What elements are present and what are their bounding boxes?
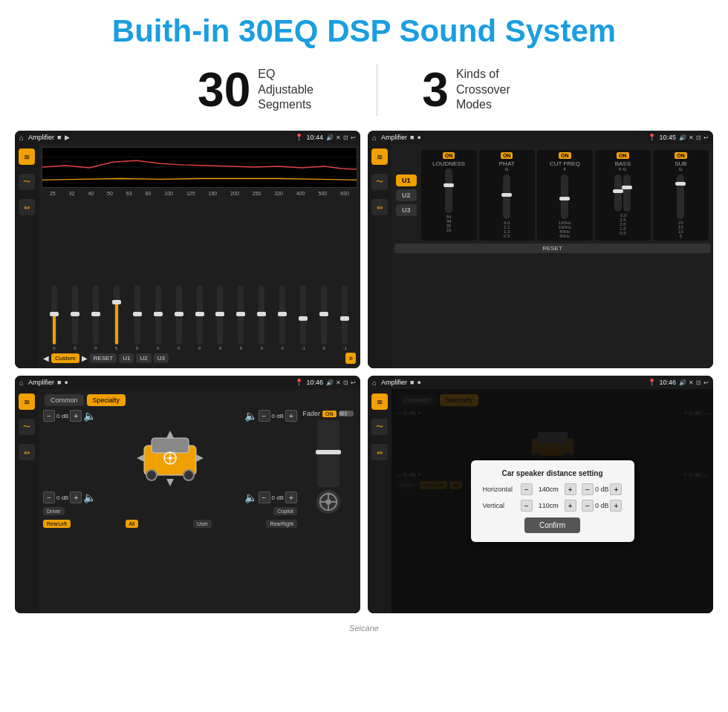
back-icon-3: ↩ — [351, 379, 356, 386]
wave-icon[interactable]: 〜 — [19, 174, 35, 190]
eq-slider-2[interactable]: 0 — [65, 285, 85, 350]
crossover-stat: 3 Kinds of Crossover Modes — [377, 66, 575, 114]
home-icon[interactable]: ⌂ — [19, 134, 24, 142]
screen-fader: ⌂ Amplifier ■ ● 📍 10:46 🔊 ✕ ⊡ ↩ ≋ 〜 ⇔ Co… — [15, 376, 360, 613]
copilot-button[interactable]: Copilot — [273, 507, 297, 515]
tr-minus[interactable]: − — [259, 410, 270, 422]
car-diagram — [133, 427, 207, 486]
u3-mode-button[interactable]: U3 — [396, 204, 417, 216]
arrows-icon-3[interactable]: ⇔ — [19, 444, 35, 460]
confirm-button[interactable]: Confirm — [524, 517, 580, 533]
br-plus[interactable]: + — [285, 491, 297, 503]
eq-slider-1[interactable]: 0 — [45, 285, 64, 350]
hr-db-plus[interactable]: + — [610, 483, 622, 495]
eq-icon[interactable]: ≋ — [19, 148, 35, 165]
fader-vertical-slider[interactable] — [317, 420, 339, 487]
eq-slider-6[interactable]: 0 — [149, 285, 168, 350]
bl-minus[interactable]: − — [43, 491, 55, 503]
svg-marker-15 — [196, 454, 204, 462]
tl-plus[interactable]: + — [70, 410, 82, 422]
tl-minus[interactable]: − — [43, 410, 55, 422]
next-button[interactable]: ▶ — [82, 354, 88, 362]
u1-button[interactable]: U1 — [119, 353, 134, 363]
loudness-slider[interactable] — [445, 169, 452, 213]
eq-icon-4[interactable]: ≋ — [371, 393, 388, 410]
eq-slider-3[interactable]: 0 — [86, 285, 105, 350]
scroll-right-button[interactable]: » — [345, 353, 356, 364]
custom-button[interactable]: Custom — [51, 353, 79, 363]
eq-slider-9[interactable]: 0 — [211, 285, 230, 350]
br-minus[interactable]: − — [259, 491, 270, 503]
home-icon-2[interactable]: ⌂ — [372, 134, 377, 142]
u1-mode-button[interactable]: U1 — [396, 174, 417, 186]
wave-icon-2[interactable]: 〜 — [371, 174, 388, 190]
arrows-icon[interactable]: ⇔ — [19, 199, 35, 215]
eq-slider-15[interactable]: -1 — [335, 285, 354, 350]
prev-button[interactable]: ◀ — [43, 354, 49, 362]
eq-slider-7[interactable]: 0 — [169, 285, 189, 350]
back-icon-4: ↩ — [703, 379, 709, 386]
vr-db-plus[interactable]: + — [610, 500, 622, 512]
eq-slider-10[interactable]: 0 — [231, 285, 250, 350]
eq-slider-8[interactable]: 0 — [190, 285, 209, 350]
eq-desc: EQ Adjustable Segments — [258, 67, 332, 113]
crossover-reset-button[interactable]: RESET — [394, 244, 710, 253]
crossover-desc: Kinds of Crossover Modes — [456, 67, 530, 113]
close-icon-3: ✕ — [336, 379, 341, 386]
eq-slider-4[interactable]: 5 — [107, 285, 126, 350]
screen3-time: 10:46 — [306, 379, 323, 386]
svg-point-6 — [146, 470, 157, 480]
fader-on-badge: ON — [322, 411, 337, 417]
dialog-title: Car speaker distance setting — [483, 469, 623, 477]
arrows-icon-4[interactable]: ⇔ — [371, 444, 388, 460]
common-tab[interactable]: Common — [45, 394, 84, 406]
home-icon-4[interactable]: ⌂ — [372, 379, 377, 387]
u2-mode-button[interactable]: U2 — [396, 189, 417, 201]
speaker-tr-icon: 🔈 — [244, 410, 257, 422]
horizontal-plus-button[interactable]: + — [565, 483, 576, 495]
wave-icon-3[interactable]: 〜 — [19, 419, 35, 435]
eq-slider-13[interactable]: -1 — [293, 285, 313, 350]
horizontal-minus-button[interactable]: − — [521, 483, 533, 495]
stats-row: 30 EQ Adjustable Segments 3 Kinds of Cro… — [0, 56, 728, 131]
eq-slider-11[interactable]: 0 — [252, 285, 271, 350]
horizontal-row: Horizontal − 140cm + − 0 dB + — [483, 483, 623, 495]
svg-point-17 — [325, 499, 331, 504]
screen-eq: ⌂ Amplifier ■ ▶ 📍 10:44 🔊 ✕ ⊡ ↩ ≋ 〜 ⇔ — [15, 131, 360, 368]
user-button[interactable]: User — [193, 520, 212, 528]
speaker-bl-icon: 🔈 — [83, 491, 96, 503]
fader-tabs: Common Specialty — [42, 392, 357, 408]
home-icon-3[interactable]: ⌂ — [19, 379, 24, 387]
rearright-button[interactable]: RearRight — [266, 520, 297, 528]
eq-stat: 30 EQ Adjustable Segments — [153, 66, 377, 114]
rearleft-button[interactable]: RearLeft — [43, 520, 71, 528]
bass-g-slider[interactable] — [623, 174, 631, 212]
phat-slider[interactable] — [503, 174, 510, 219]
vr-db-minus[interactable]: − — [582, 500, 594, 512]
reset-button[interactable]: RESET — [90, 353, 117, 363]
eq-icon-2[interactable]: ≋ — [371, 148, 388, 165]
hr-db-minus[interactable]: − — [582, 483, 594, 495]
u3-button[interactable]: U3 — [154, 353, 169, 363]
vertical-minus-button[interactable]: − — [521, 500, 533, 512]
arrows-icon-2[interactable]: ⇔ — [371, 199, 388, 215]
eq-icon-3[interactable]: ≋ — [19, 393, 35, 410]
specialty-tab[interactable]: Specialty — [87, 394, 126, 406]
bass-f-slider[interactable] — [614, 174, 622, 212]
distance-dialog: Car speaker distance setting Horizontal … — [471, 460, 634, 542]
eq-slider-5[interactable]: 0 — [128, 285, 147, 350]
speaker-tl-icon: 🔈 — [83, 410, 96, 422]
screen2-title: Amplifier — [381, 134, 407, 141]
tr-plus[interactable]: + — [285, 410, 297, 422]
u2-button[interactable]: U2 — [136, 353, 151, 363]
sub-slider[interactable] — [677, 174, 684, 219]
cutfreq-slider[interactable] — [561, 174, 568, 219]
vertical-plus-button[interactable]: + — [565, 500, 576, 512]
wave-icon-4[interactable]: 〜 — [371, 419, 388, 435]
all-button[interactable]: All — [126, 520, 139, 528]
driver-button[interactable]: Driver — [43, 507, 65, 515]
eq-slider-12[interactable]: 0 — [273, 285, 292, 350]
volume-icon-3: 🔊 — [326, 379, 334, 386]
eq-slider-14[interactable]: 0 — [314, 285, 334, 350]
bl-plus[interactable]: + — [70, 491, 82, 503]
